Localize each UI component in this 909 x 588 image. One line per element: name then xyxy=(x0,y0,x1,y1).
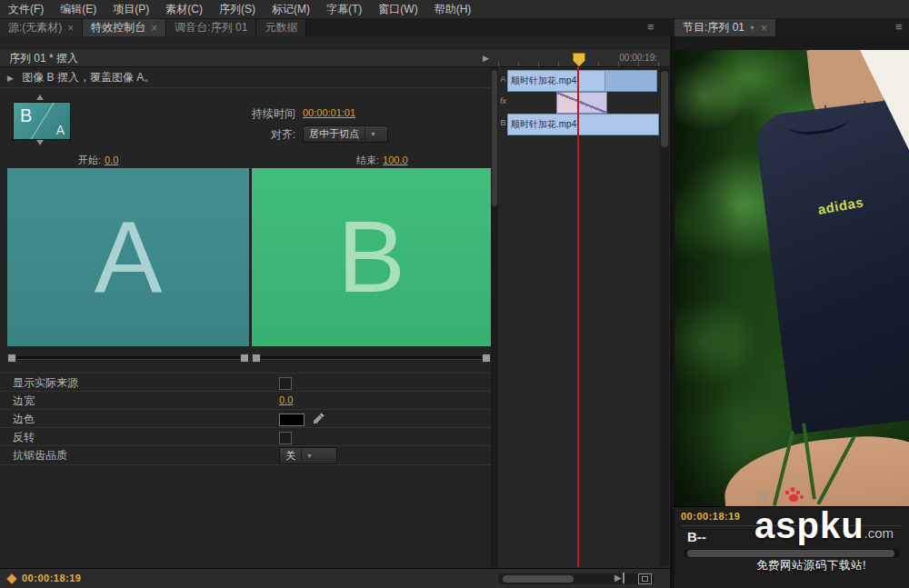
preview-b[interactable]: B xyxy=(252,168,491,346)
menu-edit[interactable]: 编辑(E) xyxy=(52,0,105,18)
playhead-line xyxy=(577,66,579,567)
play-icon[interactable]: ▶ xyxy=(614,573,624,583)
expand-icon[interactable]: ▶ xyxy=(483,50,489,66)
close-icon[interactable]: × xyxy=(67,23,74,34)
effect-timeline: 00:00:19: A 顺时针加花.mp4 fx B 顺时针加花.mp4 xyxy=(498,50,670,568)
effect-controls-panel: 序列 01 * 摆入 ▶ ▶ 图像 B 摆入，覆盖图像 A。 B A 持续时间 … xyxy=(0,36,498,568)
start-percent: 开始:0.0 xyxy=(78,154,118,167)
scrollbar-thumb[interactable] xyxy=(492,70,497,206)
align-select[interactable]: 居中于切点 ▼ xyxy=(303,125,388,143)
thumb-marker-top xyxy=(36,95,44,100)
slider-handle[interactable] xyxy=(240,354,249,363)
effect-description-row: ▶ 图像 B 摆入，覆盖图像 A。 xyxy=(0,67,498,88)
close-icon[interactable]: × xyxy=(761,23,767,34)
track-a-label: A xyxy=(499,75,507,84)
row-border-color: 边色 xyxy=(0,409,491,428)
antialias-select[interactable]: 关 ▼ xyxy=(279,447,337,464)
clip-name: 顺时针加花.mp4 xyxy=(511,115,576,135)
preview-a-letter: A xyxy=(95,206,163,308)
duration-value[interactable]: 00:00:01:01 xyxy=(303,107,355,118)
clip-track-b[interactable]: 顺时针加花.mp4 xyxy=(507,114,659,135)
clip-track-a[interactable]: 顺时针加花.mp4 xyxy=(507,70,657,92)
tab-program[interactable]: 节目:序列 01 ▼ × xyxy=(674,19,776,36)
slider-handle[interactable] xyxy=(252,354,261,363)
row-reverse: 反转 xyxy=(0,427,491,446)
program-timecode[interactable]: 00:00:18:19 xyxy=(681,511,740,522)
reverse-checkbox[interactable] xyxy=(279,432,292,444)
thumb-letter-b: B xyxy=(20,105,32,126)
panel-menu-icon[interactable]: ≡ xyxy=(647,20,654,34)
slider-groove xyxy=(252,356,491,360)
end-label: 结束: xyxy=(356,154,379,165)
tab-metadata-label: 元数据 xyxy=(265,19,297,36)
transition-clip[interactable] xyxy=(556,92,607,114)
menu-clip[interactable]: 素材(C) xyxy=(157,0,211,18)
track-b-label: B xyxy=(499,118,507,127)
shirt-collar xyxy=(786,109,848,137)
scrollbar-thumb[interactable] xyxy=(661,71,668,147)
tab-effect-controls-label: 特效控制台 xyxy=(91,19,145,36)
start-slider[interactable] xyxy=(7,354,249,363)
tab-metadata[interactable]: 元数据 xyxy=(256,19,306,36)
tab-source[interactable]: 源:(无素材) × xyxy=(0,19,83,36)
slider-handle[interactable] xyxy=(7,354,16,363)
slider-groove xyxy=(7,356,249,360)
menu-project[interactable]: 项目(P) xyxy=(105,0,157,18)
preview-b-letter: B xyxy=(337,206,405,308)
border-width-value[interactable]: 0.0 xyxy=(279,394,293,405)
thumb-marker-bottom xyxy=(36,140,44,145)
tab-audio-mixer[interactable]: 调音台:序列 01 xyxy=(166,19,256,36)
export-frame-icon[interactable] xyxy=(638,573,652,584)
antialias-label: 抗锯齿品质 xyxy=(13,446,67,464)
border-color-label: 边色 xyxy=(13,410,35,428)
end-slider[interactable] xyxy=(252,354,491,363)
clip-name: 顺时针加花.mp4 xyxy=(511,71,576,91)
menu-help[interactable]: 帮助(H) xyxy=(426,0,480,18)
transition-thumbnail[interactable]: B A xyxy=(13,102,71,140)
color-swatch[interactable] xyxy=(279,414,305,426)
slider-handle[interactable] xyxy=(482,354,491,363)
eyedropper-icon[interactable] xyxy=(313,412,325,424)
watermark: aspku.com 免费网站源码下载站! xyxy=(749,483,909,583)
tab-effect-controls[interactable]: 特效控制台 × xyxy=(83,19,166,36)
effect-panel-scrollbar[interactable] xyxy=(491,67,498,568)
menu-file[interactable]: 文件(F) xyxy=(0,0,52,18)
row-border-width: 边宽 0.0 xyxy=(0,391,491,410)
scrollbar-thumb[interactable] xyxy=(503,575,574,583)
timeline-scrollbar[interactable] xyxy=(660,68,669,566)
panel-menu-icon[interactable]: ≡ xyxy=(895,20,903,34)
current-timecode[interactable]: 00:00:18:19 xyxy=(22,573,81,583)
chevron-down-icon[interactable]: ▼ xyxy=(749,19,755,36)
left-panel-tabs: 源:(无素材) × 特效控制台 × 调音台:序列 01 元数据 xyxy=(0,19,306,36)
end-value[interactable]: 100.0 xyxy=(383,154,408,165)
border-width-label: 边宽 xyxy=(13,392,35,410)
watermark-suffix: .com xyxy=(864,525,894,541)
program-video: adidas xyxy=(674,50,909,506)
marker-label: B-- xyxy=(687,529,706,544)
preview-a[interactable]: A xyxy=(7,168,249,346)
align-value: 居中于切点 xyxy=(304,127,365,141)
track-fx-label: fx xyxy=(499,96,507,105)
thumb-letter-a: A xyxy=(56,123,65,137)
reverse-label: 反转 xyxy=(13,428,35,446)
menu-bar: 文件(F) 编辑(E) 项目(P) 素材(C) 序列(S) 标记(M) 字幕(T… xyxy=(0,0,909,19)
menu-title[interactable]: 字幕(T) xyxy=(318,0,370,18)
row-show-actual-sources: 显示实际来源 xyxy=(0,373,491,392)
twirl-icon[interactable]: ▶ xyxy=(0,68,19,88)
show-sources-checkbox[interactable] xyxy=(279,377,292,390)
start-value[interactable]: 0.0 xyxy=(105,154,118,165)
chevron-down-icon: ▼ xyxy=(301,449,317,463)
shirt-logo-text: adidas xyxy=(790,189,891,222)
timeline-hscrollbar[interactable] xyxy=(498,573,654,584)
menu-marker[interactable]: 标记(M) xyxy=(264,0,318,18)
align-label: 对齐: xyxy=(136,127,295,143)
effect-header-title: 序列 01 * 摆入 xyxy=(0,52,78,65)
close-icon[interactable]: × xyxy=(151,23,157,34)
effect-header: 序列 01 * 摆入 ▶ xyxy=(0,50,498,67)
menu-window[interactable]: 窗口(W) xyxy=(370,0,425,18)
watermark-brand: aspku xyxy=(754,505,864,545)
watermark-brand-row: aspku.com xyxy=(754,505,894,546)
start-label: 开始: xyxy=(78,154,101,165)
menu-sequence[interactable]: 序列(S) xyxy=(211,0,264,18)
effect-description: 图像 B 摆入，覆盖图像 A。 xyxy=(22,71,155,84)
